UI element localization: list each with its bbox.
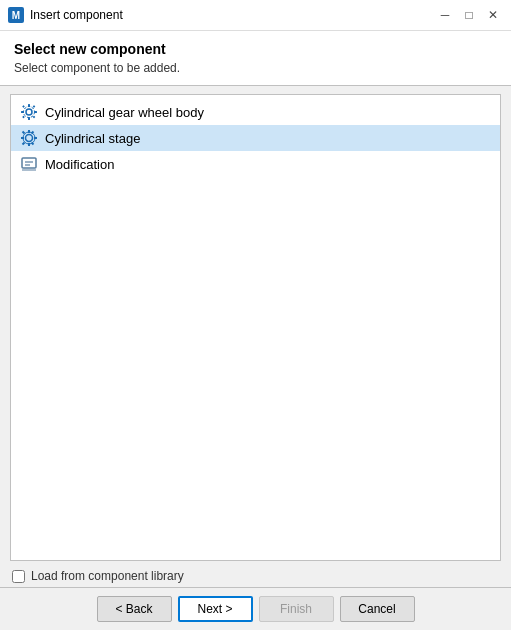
component-list[interactable]: Cylindrical gear wheel body Cylindrical … — [10, 94, 501, 561]
back-button[interactable]: < Back — [97, 596, 172, 622]
window-title: Insert component — [30, 8, 435, 22]
svg-rect-7 — [33, 105, 36, 108]
button-bar: < Back Next > Finish Cancel — [0, 587, 511, 630]
svg-rect-6 — [22, 105, 25, 108]
svg-rect-20 — [22, 158, 36, 168]
svg-rect-5 — [34, 111, 37, 113]
gear-wheel-body-icon — [19, 102, 39, 122]
svg-line-19 — [32, 143, 34, 145]
load-from-library-row: Load from component library — [12, 569, 499, 583]
modification-icon — [19, 154, 39, 174]
list-item-label: Cylindrical stage — [45, 131, 140, 146]
footer-checkbox-area: Load from component library — [0, 565, 511, 587]
list-item-label: Modification — [45, 157, 114, 172]
window-controls: ─ □ ✕ — [435, 6, 503, 24]
list-item-label: Cylindrical gear wheel body — [45, 105, 204, 120]
list-item-cylindrical-stage[interactable]: Cylindrical stage — [11, 125, 500, 151]
dialog-title: Select new component — [14, 41, 497, 57]
close-button[interactable]: ✕ — [483, 6, 503, 24]
title-bar: M Insert component ─ □ ✕ — [0, 0, 511, 31]
maximize-button[interactable]: □ — [459, 6, 479, 24]
svg-point-0 — [26, 109, 32, 115]
svg-rect-4 — [21, 111, 24, 113]
main-content: Select new component Select component to… — [0, 31, 511, 587]
cylindrical-stage-icon — [19, 128, 39, 148]
list-item-cylindrical-gear-wheel-body[interactable]: Cylindrical gear wheel body — [11, 99, 500, 125]
minimize-button[interactable]: ─ — [435, 6, 455, 24]
svg-line-16 — [23, 132, 25, 134]
svg-point-10 — [26, 135, 33, 142]
next-button[interactable]: Next > — [178, 596, 253, 622]
app-icon: M — [8, 7, 24, 23]
load-from-library-label[interactable]: Load from component library — [31, 569, 184, 583]
dialog-subtitle: Select component to be added. — [14, 61, 497, 75]
svg-rect-2 — [28, 104, 30, 107]
svg-rect-8 — [22, 116, 25, 119]
header-section: Select new component Select component to… — [0, 31, 511, 86]
svg-point-1 — [24, 107, 35, 118]
svg-line-17 — [32, 132, 34, 134]
svg-rect-3 — [28, 117, 30, 120]
list-item-modification[interactable]: Modification — [11, 151, 500, 177]
svg-line-18 — [23, 143, 25, 145]
finish-button[interactable]: Finish — [259, 596, 334, 622]
cancel-button[interactable]: Cancel — [340, 596, 415, 622]
load-from-library-checkbox[interactable] — [12, 570, 25, 583]
